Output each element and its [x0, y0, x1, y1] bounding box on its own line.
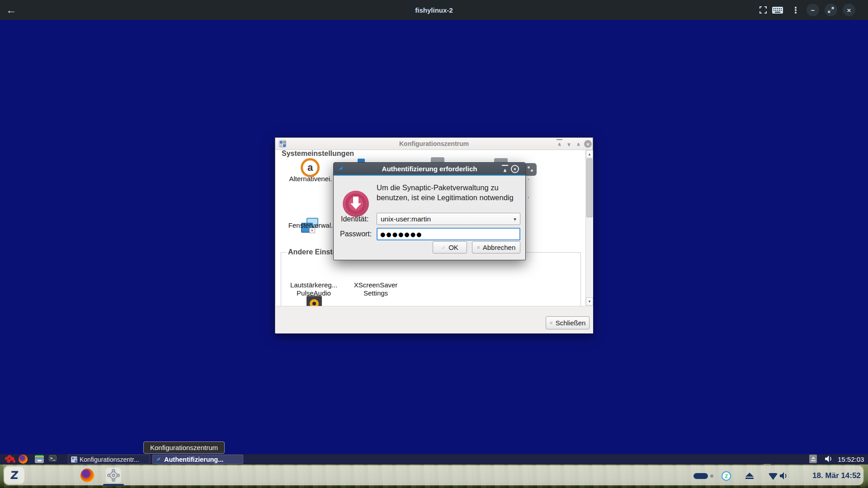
restore-icon [827, 6, 835, 14]
schliessen-button[interactable]: × Schließen [546, 316, 590, 329]
close-icon: × [847, 6, 851, 14]
auth-close-button[interactable]: × [511, 165, 519, 173]
cross-icon: × [550, 320, 553, 326]
window-button-konfig[interactable]: Konfigurationszentr... [68, 455, 150, 464]
auth-dialog-title: Authentifizierung erforderlich [334, 165, 525, 173]
cancel-button[interactable]: × Abbrechen [472, 241, 520, 253]
xscreensaver-label-line1: XScreenSaver [344, 281, 407, 289]
zorin-connect-icon[interactable]: Z [722, 471, 731, 481]
volume-host-icon[interactable] [779, 472, 788, 482]
auth-shade-button[interactable]: ∧ [501, 166, 509, 174]
privacy-pill-indicator[interactable] [693, 473, 708, 479]
wifi-icon[interactable] [768, 473, 778, 480]
host-panel [4, 465, 863, 485]
scrollbar[interactable]: ▲ ▼ [585, 150, 593, 306]
konfig-window-title: Konfigurationszentrum [275, 140, 593, 147]
eject-triangle [811, 456, 816, 459]
minimize-button[interactable]: − [807, 4, 819, 16]
fullscreen-button[interactable] [758, 5, 769, 14]
zorin-connect-glyph: Z [725, 474, 728, 479]
identity-select[interactable]: unix-user:martin ▾ [377, 213, 520, 225]
kebab-icon: ⋮ [792, 5, 800, 15]
cancel-label: Abbrechen [483, 244, 516, 251]
check-icon: ✓ [441, 244, 446, 251]
truncated-label-fragment: . [528, 174, 529, 181]
scroll-down-icon: ▼ [588, 300, 591, 304]
auth-dialog: Authentifizierung erforderlich ∧ × Um di… [333, 162, 526, 260]
host-topbar: ← fishylinux-2 ⋮ − × [0, 0, 868, 20]
scroll-thumb[interactable] [586, 159, 593, 217]
pulseaudio-icon[interactable] [307, 296, 322, 306]
minimize-icon: − [811, 6, 815, 14]
chevron-down-icon: ∨ [567, 141, 571, 147]
polkit-bird-icon [337, 165, 345, 174]
shade-icon: ∧ [503, 168, 507, 174]
restore-button[interactable] [825, 4, 837, 16]
keyboard-icon [772, 6, 783, 14]
close-icon: × [514, 167, 516, 172]
firefox-launcher-host[interactable] [80, 469, 94, 482]
alternatives-label: Alternativenei. [281, 175, 340, 183]
fish-logo-icon [4, 455, 16, 464]
eject-tray-icon[interactable] [809, 455, 817, 463]
boxes-launcher[interactable] [106, 468, 121, 483]
zorin-menu-button[interactable]: Z [5, 467, 24, 484]
identity-value: unix-user:martin [381, 215, 431, 223]
indicator-dot [710, 474, 713, 478]
window-close-button-host[interactable]: × [843, 4, 855, 16]
konfig-app-icon [279, 140, 286, 147]
hidden-icon-fragment [524, 163, 537, 176]
window-button-auth-label: Authentifizierung... [164, 456, 223, 463]
minimize-chevron-button[interactable]: ∨ [565, 141, 573, 148]
volume-tray-icon[interactable] [825, 455, 833, 465]
password-input[interactable] [377, 228, 520, 240]
scroll-down-button[interactable]: ▼ [586, 297, 593, 305]
host-clock[interactable]: 18. Mär 14:52 [812, 471, 861, 480]
keyboard-button[interactable] [772, 5, 783, 14]
combo-arrow-icon: ▾ [514, 216, 516, 222]
boxes-icon [107, 469, 120, 482]
auth-titlebar[interactable]: Authentifizierung erforderlich [334, 163, 525, 176]
alternatives-glyph: a [303, 160, 317, 175]
auth-message-line2: benutzen, ist eine Legitimation notwendi… [377, 193, 514, 202]
pulseaudio-label-line1: Lautstärkereg... [280, 281, 348, 289]
distro-fish-launcher[interactable] [4, 455, 16, 465]
speaker-icon [825, 455, 833, 463]
konfig-close-button[interactable]: × [584, 140, 592, 148]
shade-icon: ∧ [557, 141, 561, 147]
eject-bar [811, 460, 816, 461]
maximize-chevron-button[interactable]: ∧ [575, 141, 582, 148]
ok-label: OK [448, 244, 458, 251]
xscreensaver-label-line2: Settings [344, 289, 407, 297]
speaker-icon [779, 472, 788, 480]
filemanager-launcher-guest[interactable] [35, 455, 44, 463]
fullscreen-icon [759, 5, 768, 14]
close-icon: × [586, 141, 589, 147]
terminal-launcher-guest[interactable]: >_ [49, 455, 57, 461]
cross-icon: × [477, 244, 480, 251]
guest-clock[interactable]: 15:52:03 [838, 454, 864, 465]
chevron-up-icon: ∧ [576, 141, 580, 147]
eject-bar [745, 478, 754, 479]
konfig-titlebar[interactable]: Konfigurationszentrum [275, 138, 593, 150]
zorin-logo-icon: Z [10, 469, 19, 482]
terminal-prompt-icon: >_ [50, 456, 55, 460]
menu-kebab-button[interactable]: ⋮ [790, 5, 801, 14]
shade-button[interactable]: ∧ [556, 141, 563, 148]
back-button[interactable]: ← [5, 3, 18, 17]
section-header-system: Systemeinstellungen [282, 150, 354, 158]
auth-message-line1: Um die Synaptic-Paketverwaltung zu [377, 183, 499, 192]
konfig-bottom-bar: × Schließen [276, 306, 593, 333]
taskbar-tooltip: Konfigurationszentrum [143, 441, 225, 454]
alternatives-icon[interactable]: a [301, 158, 320, 177]
running-app-indicator [103, 484, 124, 486]
eject-triangle [745, 473, 754, 477]
ok-button[interactable]: ✓ OK [433, 241, 467, 253]
window-button-auth[interactable]: Authentifizierung... [152, 455, 243, 464]
firefox-launcher-guest[interactable] [19, 455, 28, 464]
arrow-shaft [353, 197, 359, 203]
scroll-up-button[interactable]: ▲ [586, 150, 593, 158]
windowmanager-label: Fensterverwal. [281, 221, 340, 229]
schliessen-label: Schließen [556, 319, 586, 327]
eject-host-icon[interactable] [745, 473, 754, 479]
